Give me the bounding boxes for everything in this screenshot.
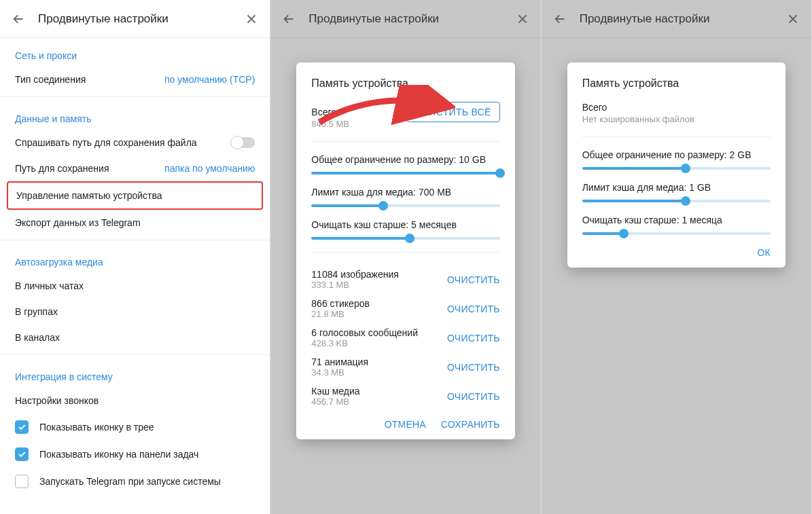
age-limit-label: Очищать кэш старше: 5 месяцев (311, 219, 499, 230)
cache-item-size: 333.1 MB (311, 280, 399, 290)
total-value: 846.5 MB (311, 119, 349, 129)
dialog-title: Память устройства (311, 77, 499, 90)
size-limit-label: Общее ограничение по размеру: 10 GB (311, 154, 499, 165)
total-value: Нет кэшированных файлов (582, 114, 771, 124)
dialog-actions: ОТМЕНА СОХРАНИТЬ (311, 419, 499, 430)
dialog-device-storage: Память устройства Всего 846.5 MB ОЧИСТИТ… (296, 62, 514, 439)
settings-scroll: Сеть и прокси Тип соединения по умолчани… (0, 38, 270, 514)
slider-media-limit[interactable] (311, 204, 499, 207)
row-storage-management[interactable]: Управление памятью устройства (8, 183, 262, 208)
media-limit-label: Лимит кэша для медиа: 700 MB (311, 187, 499, 198)
cancel-button[interactable]: ОТМЕНА (385, 419, 426, 430)
row-autoload-groups[interactable]: В группах (0, 299, 270, 325)
slider-media-limit[interactable] (582, 200, 771, 202)
row-autoload-private[interactable]: В личных чатах (0, 273, 270, 299)
dialog-actions: ОК (582, 247, 771, 258)
total-label: Всего (582, 102, 771, 113)
clear-button[interactable]: ОЧИСТИТЬ (447, 274, 500, 285)
dialog-title: Память устройства (582, 77, 771, 90)
checkbox-autostart[interactable] (15, 475, 29, 488)
cache-item-name: 71 анимация (311, 356, 368, 367)
clear-button[interactable]: ОЧИСТИТЬ (447, 333, 500, 344)
cache-item-size: 21.8 MB (311, 309, 370, 319)
close-icon[interactable] (244, 12, 259, 26)
panel-3-advanced-settings: Продвинутые настройки Память устройства … (542, 0, 812, 514)
clear-button[interactable]: ОЧИСТИТЬ (447, 391, 500, 402)
clear-all-button[interactable]: ОЧИСТИТЬ ВСЁ (406, 102, 500, 122)
cache-item-size: 34.3 MB (311, 367, 368, 378)
row-connection-type[interactable]: Тип соединения по умолчанию (TCP) (0, 67, 270, 92)
header: Продвинутые настройки (0, 0, 270, 38)
section-autoload-title: Автозагрузка медиа (0, 244, 270, 273)
slider-size-limit[interactable] (311, 172, 499, 175)
cache-item-name: 866 стикеров (311, 298, 370, 309)
clear-button[interactable]: ОЧИСТИТЬ (447, 304, 500, 314)
cache-item-name: 11084 изображения (311, 269, 399, 280)
cache-item-size: 456.7 MB (311, 397, 359, 407)
row-ask-save-path[interactable]: Спрашивать путь для сохранения файла (0, 130, 270, 155)
header-title: Продвинутые настройки (38, 12, 244, 26)
cache-item: 11084 изображения333.1 MBОЧИСТИТЬ (311, 265, 499, 294)
toggle-ask-path[interactable] (232, 137, 255, 148)
row-call-settings[interactable]: Настройки звонков (0, 388, 270, 414)
age-limit-label: Очищать кэш старше: 1 месяца (582, 215, 771, 225)
panel-1-advanced-settings: Продвинутые настройки Сеть и прокси Тип … (0, 0, 270, 514)
size-limit-label: Общее ограничение по размеру: 2 GB (582, 149, 771, 160)
checkbox-taskbar[interactable] (15, 447, 29, 461)
row-autostart[interactable]: Запускать Telegram при запуске системы (0, 468, 270, 495)
section-data-title: Данные и память (0, 101, 270, 130)
ok-button[interactable]: ОК (758, 247, 771, 258)
cache-item: Кэш медиа456.7 MBОЧИСТИТЬ (311, 382, 499, 411)
total-label: Всего (311, 107, 349, 117)
row-export-data[interactable]: Экспорт данных из Telegram (0, 210, 270, 236)
section-system-title: Интеграция в систему (0, 359, 270, 388)
cache-item-name: 6 голосовых сообщений (311, 327, 418, 338)
slider-age-limit[interactable] (311, 237, 499, 240)
media-limit-label: Лимит кэша для медиа: 1 GB (582, 182, 771, 193)
row-save-path[interactable]: Путь для сохранения папка по умолчанию (0, 155, 270, 181)
back-arrow-icon[interactable] (11, 12, 26, 26)
section-network-title: Сеть и прокси (0, 38, 270, 67)
slider-size-limit[interactable] (582, 167, 771, 170)
cache-item-name: Кэш медиа (311, 386, 359, 397)
panel-2-advanced-settings: Продвинутые настройки Память устройства … (270, 0, 541, 514)
highlighted-storage-row: Управление памятью устройства (7, 181, 263, 210)
row-tray-icon[interactable]: Показывать иконку в трее (0, 414, 270, 441)
cache-item: 71 анимация34.3 MBОЧИСТИТЬ (311, 352, 499, 382)
slider-age-limit[interactable] (582, 232, 771, 235)
checkbox-tray[interactable] (15, 420, 29, 434)
row-taskbar-icon[interactable]: Показывать иконку на панели задач (0, 441, 270, 468)
cache-item-size: 428.3 KB (311, 338, 418, 348)
save-button[interactable]: СОХРАНИТЬ (441, 419, 500, 430)
dialog-device-storage-empty: Память устройства Всего Нет кэшированных… (567, 62, 785, 268)
row-autoload-channels[interactable]: В каналах (0, 325, 270, 350)
clear-button[interactable]: ОЧИСТИТЬ (447, 362, 500, 373)
cache-item: 6 голосовых сообщений428.3 KBОЧИСТИТЬ (311, 323, 499, 352)
cache-item: 866 стикеров21.8 MBОЧИСТИТЬ (311, 294, 499, 323)
